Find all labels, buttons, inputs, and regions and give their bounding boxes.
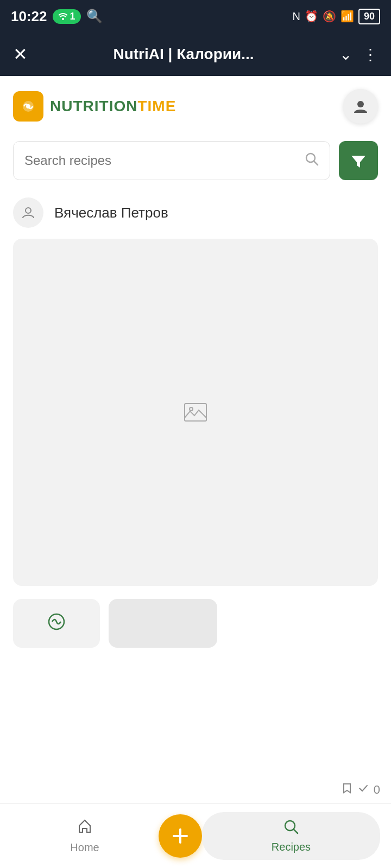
- home-label: Home: [70, 841, 99, 854]
- bottom-counter: 0: [341, 782, 380, 797]
- svg-line-6: [314, 161, 318, 165]
- svg-point-7: [26, 208, 31, 213]
- nav-home[interactable]: Home: [11, 818, 159, 854]
- recipe-card[interactable]: [13, 239, 378, 586]
- user-row: Вячеслав Петров: [13, 197, 378, 228]
- partial-cards-row: [13, 599, 378, 652]
- logo-icon: [13, 91, 43, 122]
- header-row: NUTRITIONTIME: [13, 89, 378, 124]
- svg-point-9: [190, 407, 193, 411]
- status-right: N ⏰ 🔕 📶 90: [293, 9, 380, 24]
- more-options-icon[interactable]: ⋮: [363, 46, 378, 63]
- nav-recipes[interactable]: Recipes: [202, 812, 380, 860]
- app-bar-actions: ⌄ ⋮: [339, 46, 378, 63]
- partial-card-icon: [47, 612, 66, 635]
- svg-point-0: [62, 18, 64, 20]
- bottom-nav: Home Recipes: [0, 803, 391, 868]
- checkmark-icon: [357, 782, 369, 797]
- wifi-badge: 1: [53, 9, 81, 24]
- status-time: 10:22: [11, 8, 47, 25]
- search-icon: [305, 152, 319, 170]
- status-bar: 10:22 1 🔍 N ⏰ 🔕 📶 90: [0, 0, 391, 33]
- main-content: NUTRITIONTIME: [0, 76, 391, 652]
- counter-value: 0: [374, 783, 380, 797]
- app-bar-title: NutriAI | Калории...: [28, 46, 339, 63]
- search-input[interactable]: [24, 153, 305, 168]
- close-button[interactable]: ✕: [13, 44, 28, 65]
- filter-button[interactable]: [339, 141, 378, 180]
- user-avatar-button[interactable]: [343, 89, 378, 124]
- svg-point-3: [26, 104, 30, 108]
- nfc-icon: N: [293, 10, 300, 23]
- chevron-down-icon[interactable]: ⌄: [339, 46, 352, 63]
- logo: NUTRITIONTIME: [13, 91, 176, 122]
- app-bar: ✕ NutriAI | Калории... ⌄ ⋮: [0, 33, 391, 76]
- alarm-icon: ⏰: [305, 10, 318, 23]
- logo-text: NUTRITIONTIME: [50, 98, 176, 115]
- search-row: [13, 141, 378, 180]
- recipes-label: Recipes: [272, 841, 311, 853]
- svg-rect-8: [185, 404, 206, 421]
- recipes-icon: [283, 819, 299, 839]
- signal-icon: 📶: [340, 10, 354, 23]
- home-icon: [77, 818, 93, 838]
- mute-icon: 🔕: [323, 10, 336, 23]
- bookmark-icon: [341, 782, 353, 797]
- partial-card-2[interactable]: [109, 599, 217, 648]
- recipe-image: [182, 399, 209, 425]
- status-search-icon: 🔍: [86, 9, 103, 24]
- user-name: Вячеслав Петров: [54, 205, 168, 221]
- user-icon: [13, 197, 43, 228]
- battery-indicator: 90: [358, 9, 380, 24]
- partial-card-1[interactable]: [13, 599, 100, 648]
- add-button[interactable]: [159, 814, 202, 858]
- status-left: 10:22 1 🔍: [11, 8, 103, 25]
- search-container: [13, 141, 330, 180]
- svg-line-14: [294, 829, 298, 833]
- svg-point-4: [357, 101, 364, 107]
